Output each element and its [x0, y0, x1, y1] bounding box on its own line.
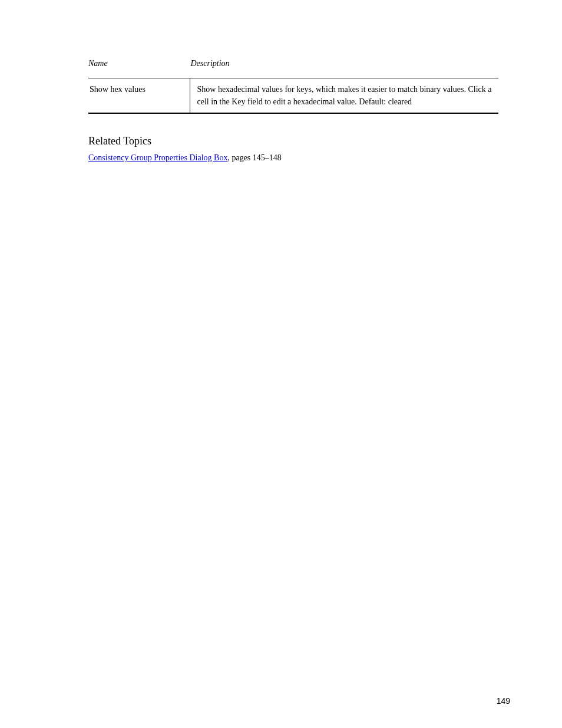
property-description-cell: Show hexadecimal values for keys, which … — [190, 78, 498, 114]
related-topic-line: Consistency Group Properties Dialog Box,… — [88, 153, 498, 163]
table-column-header-row: Name Description — [88, 59, 498, 68]
property-name-cell: Show hex values — [88, 78, 190, 114]
column-header-name: Name — [88, 59, 189, 68]
related-topic-link[interactable]: Consistency Group Properties Dialog Box — [88, 153, 227, 162]
properties-table: Show hex values Show hexadecimal values … — [88, 78, 498, 114]
table-row: Show hex values Show hexadecimal values … — [88, 78, 498, 114]
related-topics-section: Related Topics Consistency Group Propert… — [88, 135, 498, 163]
related-topic-pages: , pages 145–148 — [227, 153, 281, 162]
page-number: 149 — [497, 696, 510, 706]
related-topics-heading: Related Topics — [88, 135, 498, 147]
column-header-description: Description — [191, 59, 230, 68]
